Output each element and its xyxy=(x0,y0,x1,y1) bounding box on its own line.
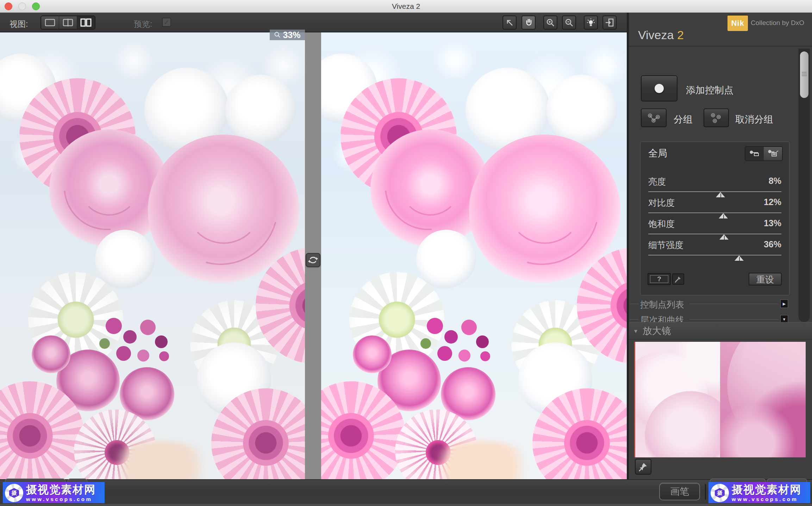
ungroup-label: 取消分组 xyxy=(735,113,773,126)
scrollbar-thumb[interactable] xyxy=(800,51,808,98)
brightness-slider-track[interactable] xyxy=(648,191,781,192)
section-line xyxy=(630,319,639,320)
saturation-slider-track[interactable] xyxy=(648,234,781,234)
exit-button[interactable] xyxy=(602,16,617,30)
loupe-title: 放大镜 xyxy=(643,325,671,337)
watermark-site-name: 摄视觉素材网 xyxy=(26,484,96,495)
contrast-slider-row: 对比度 12% xyxy=(648,197,782,217)
nik-logo: Nik xyxy=(727,15,748,31)
brand-name: Viveza xyxy=(638,28,677,42)
arrow-cursor-icon xyxy=(505,18,514,27)
app-brand: Viveza 2 xyxy=(638,28,684,42)
viveza-window: Viveza 2 视图: 预览: ✓ xyxy=(0,0,812,506)
after-image-pane[interactable] xyxy=(321,32,627,479)
zoom-window-button[interactable] xyxy=(32,2,40,10)
before-image-pane[interactable] xyxy=(0,32,305,479)
single-pane-icon xyxy=(44,18,56,27)
control-point-icon xyxy=(655,84,664,93)
bottom-divider xyxy=(705,484,706,500)
reset-button[interactable]: 重设 xyxy=(749,273,782,285)
section-line xyxy=(689,304,779,304)
preview-checkbox[interactable]: ✓ xyxy=(162,18,171,27)
zoom-out-icon xyxy=(564,18,574,27)
global-title: 全局 xyxy=(648,147,667,160)
eyedropper-button[interactable] xyxy=(672,273,684,285)
contrast-slider-thumb[interactable] xyxy=(719,213,728,218)
panel-separator xyxy=(629,46,812,47)
saturation-slider-thumb[interactable] xyxy=(719,234,729,240)
loupe-pin-button[interactable] xyxy=(635,459,651,475)
expand-sliders-button[interactable] xyxy=(764,147,782,160)
magnifier-icon xyxy=(274,31,281,38)
ungroup-button[interactable] xyxy=(704,109,729,127)
exit-door-icon xyxy=(605,18,614,27)
close-button[interactable] xyxy=(5,2,12,10)
structure-slider-thumb[interactable] xyxy=(735,255,744,261)
add-control-point-button[interactable] xyxy=(641,75,677,101)
loupe-split-line[interactable] xyxy=(634,342,635,457)
group-label: 分组 xyxy=(674,113,693,126)
minimize-button[interactable] xyxy=(18,2,26,10)
zoom-in-button[interactable] xyxy=(543,16,557,30)
split-view-button[interactable] xyxy=(59,16,77,29)
eyedropper-icon xyxy=(674,274,683,284)
section-line xyxy=(689,319,779,320)
structure-label: 细节强度 xyxy=(648,239,683,251)
bouquet-photo xyxy=(0,32,305,479)
preview-label: 预览: xyxy=(134,19,152,30)
section-line xyxy=(630,304,639,304)
contrast-label: 对比度 xyxy=(648,197,675,209)
lightbulb-icon xyxy=(586,18,596,27)
watermark-logo-char: 摄 xyxy=(715,488,725,498)
pushpin-icon xyxy=(638,462,649,472)
group-icon xyxy=(647,112,661,124)
brightness-slider-row: 亮度 8% xyxy=(648,176,782,196)
structure-slider-track[interactable] xyxy=(648,255,781,255)
add-control-point-label: 添加控制点 xyxy=(686,84,733,97)
panel-left-border xyxy=(627,13,629,506)
watermark-site-name: 摄视觉素材网 xyxy=(732,484,801,495)
brush-button[interactable]: 画笔 xyxy=(659,483,700,500)
brightness-label: 亮度 xyxy=(648,176,666,187)
watermark-logo-icon: 摄 xyxy=(711,484,729,502)
group-button[interactable] xyxy=(641,109,667,127)
side-by-side-view-button[interactable] xyxy=(77,16,95,29)
watermark-right: 摄 摄视觉素材网 www.vscops.com xyxy=(708,482,810,504)
watermark-logo-char: 摄 xyxy=(9,488,19,498)
loupe-header[interactable]: ▼ 放大镜 xyxy=(629,322,812,340)
saturation-slider-row: 饱和度 13% xyxy=(648,218,782,238)
saturation-value: 13% xyxy=(764,218,781,228)
brightness-value: 8% xyxy=(769,176,781,186)
right-panel: Nik Collection by DxO Viveza 2 添加控制点 分组 xyxy=(629,13,812,506)
global-view-toggles xyxy=(745,146,783,161)
select-tool-button[interactable] xyxy=(502,16,517,30)
bouquet-photo xyxy=(321,32,626,479)
help-question-label: ? xyxy=(650,275,668,283)
expand-control-point-list-button[interactable]: ▶ xyxy=(780,300,788,308)
global-adjustments-panel: 全局 亮度 8% 对比度 12% xyxy=(640,142,789,295)
control-point-list-label: 控制点列表 xyxy=(640,299,684,310)
view-label: 视图: xyxy=(10,19,28,30)
swap-views-button[interactable] xyxy=(306,253,320,267)
background-toggle-button[interactable] xyxy=(584,16,598,30)
collection-text: Collection by DxO xyxy=(751,19,804,27)
contrast-slider-track[interactable] xyxy=(648,212,781,213)
color-picker-help-button[interactable]: ? xyxy=(648,273,671,285)
collapse-sliders-button[interactable] xyxy=(745,147,764,160)
saturation-label: 饱和度 xyxy=(648,218,675,230)
watermark-site-url: www.vscops.com xyxy=(732,496,801,502)
brightness-slider-thumb[interactable] xyxy=(716,192,725,197)
structure-value: 36% xyxy=(764,239,781,249)
single-view-button[interactable] xyxy=(41,16,59,29)
swap-refresh-icon xyxy=(308,255,318,265)
zoom-level-badge: 33% xyxy=(270,30,305,40)
ungroup-icon xyxy=(709,112,723,124)
pan-tool-button[interactable] xyxy=(521,16,536,30)
collapsed-list-icon xyxy=(749,149,761,158)
zoom-level-value: 33% xyxy=(283,30,300,40)
bottom-bar: 画笔 摄 摄视觉素材网 www.vscops.com 摄 摄视觉素材网 www.… xyxy=(0,479,812,506)
loupe-caret-icon: ▼ xyxy=(633,328,638,334)
zoom-out-button[interactable] xyxy=(562,16,576,30)
titlebar: Viveza 2 xyxy=(0,0,812,13)
panel-scrollbar[interactable] xyxy=(799,49,810,322)
